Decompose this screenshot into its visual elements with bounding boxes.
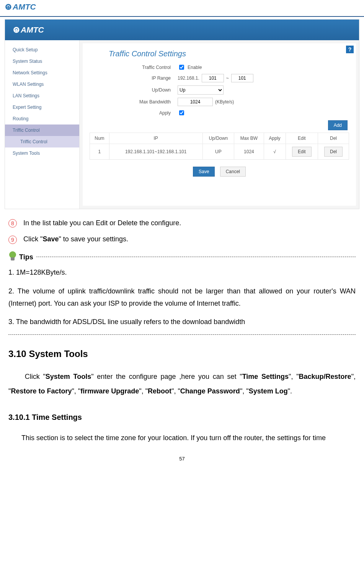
label-enable: Enable	[188, 65, 202, 70]
add-button[interactable]: Add	[328, 120, 348, 130]
svg-text:AMTC: AMTC	[12, 2, 36, 11]
ip-prefix: 192.168.1.	[178, 75, 199, 81]
cancel-button[interactable]: Cancel	[220, 167, 246, 177]
ip-from-input[interactable]	[202, 74, 224, 82]
row-traffic-control: Traffic Control Enable	[90, 64, 349, 71]
step-8-text: In the list table you can Edit or Delete…	[23, 219, 181, 227]
th-del: Del	[318, 133, 349, 144]
tips-label: Tips	[19, 251, 33, 263]
th-num: Num	[90, 133, 109, 144]
row-edit-button[interactable]: Edit	[292, 147, 312, 157]
svg-point-4	[13, 27, 19, 33]
svg-point-5	[15, 31, 16, 31]
maxbw-unit: (KByte/s)	[215, 99, 234, 105]
cell-maxbw: 1024	[234, 144, 264, 160]
time-settings-paragraph: This section is to select the time zone …	[8, 431, 356, 446]
sidebar-item-routing[interactable]: Routing	[5, 113, 79, 124]
th-apply: Apply	[264, 133, 286, 144]
label-traffic-control: Traffic Control	[90, 65, 178, 70]
ui-header: AMTC	[5, 20, 359, 40]
cell-num: 1	[90, 144, 109, 160]
cell-del: Del	[318, 144, 349, 160]
panel-title: Traffic Control Settings	[109, 49, 349, 58]
checkbox-apply[interactable]	[179, 110, 184, 115]
cell-apply: √	[264, 144, 286, 160]
sidebar-item-system-tools[interactable]: System Tools	[5, 147, 79, 159]
tips-header: Tips	[8, 251, 356, 263]
help-icon[interactable]: ?	[346, 46, 354, 53]
label-maxbw: Max Bandwidth	[90, 99, 178, 105]
heading-3-10: 3.10 System Tools	[8, 346, 356, 362]
brand-logo-icon: AMTC	[13, 25, 72, 35]
sidebar: Quick Setup System Status Network Settin…	[5, 40, 80, 209]
doc-page-header: AMTC	[0, 0, 364, 15]
tip-2: 2. The volume of uplink traffic/downlink…	[8, 285, 356, 310]
sidebar-item-system-status[interactable]: System Status	[5, 56, 79, 67]
brand-logo-icon: AMTC	[5, 2, 64, 12]
label-apply: Apply	[90, 110, 178, 116]
tip-1: 1. 1M=128KByte/s.	[8, 266, 356, 278]
label-ip-range: IP Range	[90, 75, 178, 81]
step-9-text: Click "Save" to save your settings.	[23, 235, 128, 243]
th-maxbw: Max BW	[234, 133, 264, 144]
save-cancel-row: Save Cancel	[90, 167, 349, 177]
svg-point-0	[5, 4, 11, 10]
th-edit: Edit	[286, 133, 318, 144]
step-9: 9 Click "Save" to save your settings.	[8, 233, 356, 245]
cell-ip: 192.168.1.101~192.168.1.101	[109, 144, 202, 160]
step-8-number: 8	[8, 219, 17, 228]
cell-edit: Edit	[286, 144, 318, 160]
step-9-number: 9	[8, 236, 17, 244]
label-updown: Up/Down	[90, 87, 178, 93]
th-updown: Up/Down	[202, 133, 234, 144]
tips-dashed-line	[36, 257, 356, 257]
heading-3-10-1: 3.10.1 Time Settings	[8, 410, 356, 424]
updown-select[interactable]: Up	[178, 85, 224, 95]
traffic-table: Num IP Up/Down Max BW Apply Edit Del 1 1	[90, 133, 349, 160]
table-row: 1 192.168.1.101~192.168.1.101 UP 1024 √ …	[90, 144, 349, 160]
cell-updown: UP	[202, 144, 234, 160]
sidebar-item-quick-setup[interactable]: Quick Setup	[5, 44, 79, 56]
save-button[interactable]: Save	[193, 167, 215, 177]
sidebar-item-lan-settings[interactable]: LAN Settings	[5, 90, 79, 102]
row-apply: Apply	[90, 109, 349, 116]
document-body: 8 In the list table you can Edit or Dele…	[5, 209, 359, 445]
system-tools-paragraph: Click "System Tools" enter the configure…	[8, 370, 356, 399]
row-ip-range: IP Range 192.168.1. ~	[90, 74, 349, 82]
ip-range-separator: ~	[226, 75, 229, 81]
sidebar-subitem-traffic-control[interactable]: Triffic Control	[5, 136, 79, 147]
step-8: 8 In the list table you can Edit or Dele…	[8, 217, 356, 229]
row-maxbw: Max Bandwidth (KByte/s)	[90, 98, 349, 106]
router-ui-screenshot: AMTC Quick Setup System Status Network S…	[5, 19, 359, 209]
row-del-button[interactable]: Del	[324, 147, 343, 157]
maxbw-input[interactable]	[178, 98, 213, 106]
tips-end-dash	[8, 334, 356, 335]
sidebar-item-traffic-control[interactable]: Triffic Control	[5, 124, 79, 136]
svg-point-1	[7, 8, 8, 8]
sidebar-item-expert-setting[interactable]: Expert Setting	[5, 102, 79, 113]
ip-to-input[interactable]	[231, 74, 253, 82]
sidebar-item-network-settings[interactable]: Network Settings	[5, 67, 79, 79]
tip-3: 3. The bandwidth for ADSL/DSL line usual…	[8, 316, 356, 328]
svg-point-2	[9, 8, 10, 8]
row-updown: Up/Down Up	[90, 85, 349, 95]
sidebar-item-wlan-settings[interactable]: WLAN Settings	[5, 79, 79, 90]
page-number: 57	[0, 456, 364, 462]
th-ip: IP	[109, 133, 202, 144]
checkbox-enable[interactable]	[179, 65, 184, 70]
tips-list: 1. 1M=128KByte/s. 2. The volume of uplin…	[8, 266, 356, 328]
content-panel: ? Traffic Control Settings Traffic Contr…	[83, 43, 356, 206]
lightbulb-icon	[8, 251, 17, 263]
table-header-row: Num IP Up/Down Max BW Apply Edit Del	[90, 133, 349, 144]
svg-point-6	[17, 31, 18, 31]
svg-text:AMTC: AMTC	[20, 25, 44, 34]
